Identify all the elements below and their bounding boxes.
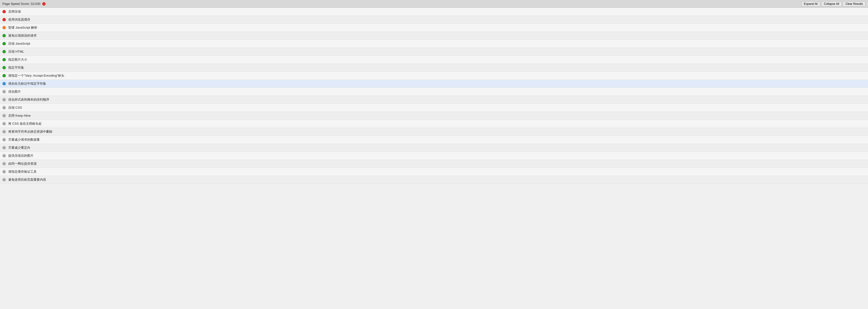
item-label: 压缩 JavaScript [8,41,30,46]
page-header: Page Speed Score: 31/100 Expand All Coll… [0,0,868,8]
item-label: 请指定一个"Vary: Accept-Encoding"标头 [8,73,64,78]
item-label: 优化图片 [8,90,21,94]
list-item[interactable]: 提供压缩后的图片 [0,152,868,160]
items-list: 启用压缩使用浏览器缓存暂缓 JavaScript 解析避免出现错误的请求压缩 J… [0,8,868,184]
item-label: 启用压缩 [8,9,21,14]
status-dot-icon [2,138,6,142]
item-label: 由同一网址提供资源 [8,161,37,166]
list-item[interactable]: 将查询字符串从静态资源中删除 [0,128,868,136]
status-dot-icon [2,106,6,110]
item-label: 暂缓 JavaScript 解析 [8,26,37,30]
item-label: 指定字符集 [8,65,24,70]
list-item[interactable]: 尽量减少请求的数据量 [0,136,868,144]
header-buttons: Expand All Collapse All Clear Results [801,1,866,6]
collapse-all-button[interactable]: Collapse All [821,1,842,6]
list-item[interactable]: 指定图片大小 [0,56,868,64]
list-item[interactable]: 启用 Keep-Alive [0,112,868,120]
status-dot-icon [2,66,6,69]
item-label: 提供压缩后的图片 [8,154,33,158]
status-dot-icon [2,26,6,29]
item-label: 将 CSS 放在文档标头处 [8,122,42,126]
item-label: 优化样式表和脚本的排列顺序 [8,97,49,102]
status-dot-icon [2,34,6,37]
list-item[interactable]: 优化样式表和脚本的排列顺序 [0,96,868,104]
list-item[interactable]: 优化图片 [0,88,868,96]
item-label: 将查询字符串从静态资源中删除 [8,129,53,134]
item-label: 避免出现错误的请求 [8,33,37,38]
list-item[interactable]: 压缩 HTML [0,48,868,56]
status-dot-icon [2,98,6,101]
status-dot-icon [2,114,6,117]
item-label: 避免使用目标页面重要内容 [8,178,46,182]
expand-all-button[interactable]: Expand All [801,1,820,6]
status-dot-icon [2,58,6,61]
status-dot-icon [2,122,6,125]
status-dot-icon [2,130,6,133]
status-dot-icon [2,170,6,174]
list-item[interactable]: 请勿在元标记中指定字符集 [0,80,868,88]
item-label: 请指定缓存验证工具 [8,169,37,174]
status-dot-icon [2,50,6,53]
score-badge-icon [42,2,45,6]
list-item[interactable]: 请指定缓存验证工具 [0,168,868,176]
list-item[interactable]: 将 CSS 放在文档标头处 [0,120,868,128]
item-label: 尽量减少请求的数据量 [8,137,40,142]
page-score-title: Page Speed Score: 31/100 [2,2,40,6]
status-dot-icon [2,146,6,149]
list-item[interactable]: 由同一网址提供资源 [0,160,868,168]
list-item[interactable]: 暂缓 JavaScript 解析 [0,24,868,32]
status-dot-icon [2,42,6,45]
status-dot-icon [2,178,6,181]
list-item[interactable]: 请指定一个"Vary: Accept-Encoding"标头 [0,72,868,80]
status-dot-icon [2,82,6,85]
status-dot-icon [2,90,6,93]
list-item[interactable]: 使用浏览器缓存 [0,16,868,24]
item-label: 启用 Keep-Alive [8,114,31,118]
item-label: 压缩 CSS [8,105,22,110]
item-label: 指定图片大小 [8,58,27,62]
status-dot-icon [2,74,6,78]
item-label: 尽量减少重定向 [8,146,30,150]
status-dot-icon [2,10,6,13]
list-item[interactable]: 指定字符集 [0,64,868,72]
item-label: 请勿在元标记中指定字符集 [8,82,46,86]
clear-results-button[interactable]: Clear Results [843,1,866,6]
status-dot-icon [2,154,6,157]
list-item[interactable]: 启用压缩 [0,8,868,16]
header-left: Page Speed Score: 31/100 [2,2,45,6]
list-item[interactable]: 压缩 CSS [0,104,868,112]
list-item[interactable]: 避免使用目标页面重要内容 [0,176,868,184]
list-item[interactable]: 避免出现错误的请求 [0,32,868,40]
list-item[interactable]: 尽量减少重定向 [0,144,868,152]
item-label: 压缩 HTML [8,50,24,54]
item-label: 使用浏览器缓存 [8,18,30,22]
status-dot-icon [2,18,6,21]
status-dot-icon [2,162,6,165]
list-item[interactable]: 压缩 JavaScript [0,40,868,48]
